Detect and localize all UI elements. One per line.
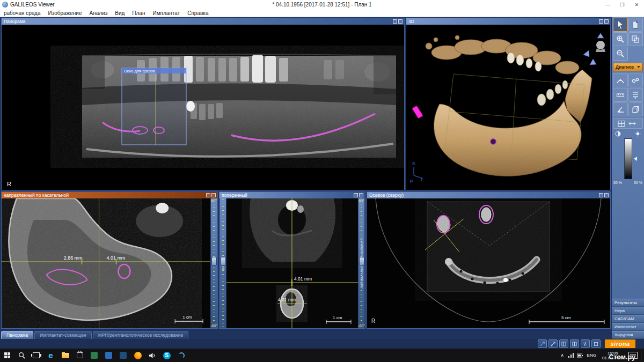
nerve-exit-marker[interactable] (491, 139, 496, 144)
measure-tools (612, 72, 644, 117)
menu-item-cadcam[interactable]: CAD/CAM (612, 315, 644, 323)
app-green-button[interactable] (87, 349, 101, 362)
tray-language[interactable]: ENG (584, 353, 599, 358)
menu-view[interactable]: Вид (111, 10, 128, 16)
window-layout-button[interactable] (628, 32, 643, 46)
3d-volume-render[interactable]: S P L (406, 25, 610, 190)
pan-curve-tool-button[interactable] (613, 73, 628, 87)
measurement-label: 4.01 mm (278, 297, 296, 302)
tab-implant-aligned[interactable]: Имплантат-совмещен (34, 331, 91, 339)
menu-help[interactable]: Справка (184, 10, 212, 16)
transver-axial-slider[interactable]: осевой (219, 198, 226, 328)
transverse-slice-image[interactable]: 4.01 mm 4.01 mm 1 cm (226, 198, 358, 328)
axial-slice-image[interactable]: R 5 cm (367, 198, 610, 328)
nerve-tool-button[interactable] (628, 73, 643, 87)
swap-view-button[interactable] (581, 339, 590, 348)
menu-workspace[interactable]: рабочая среда (0, 10, 44, 16)
panel-maximize-button[interactable] (206, 193, 210, 197)
task-view-button[interactable] (29, 349, 43, 362)
panel-restore-button[interactable] (604, 193, 609, 197)
tray-expand-chevron[interactable]: ∧ (558, 353, 567, 358)
cursor-tool-button[interactable] (613, 18, 628, 32)
diagnosis-dropdown[interactable]: Диагноз (613, 63, 643, 71)
layout-grid-button[interactable] (570, 339, 579, 348)
svg-text:S: S (412, 161, 415, 166)
windows-logo-icon (4, 352, 10, 358)
menu-item-results[interactable]: Результаты (612, 299, 644, 307)
zoom-out-button[interactable] (613, 47, 628, 61)
angle-bottom-label: -60° (210, 323, 217, 328)
orientation-label: R (7, 181, 11, 187)
tray-status-icon[interactable] (575, 353, 584, 358)
panel-maximize-button[interactable] (393, 19, 397, 24)
volume-mixer-button[interactable] (145, 349, 159, 362)
menu-implant[interactable]: Имплантат (149, 10, 184, 16)
transverse-angle-slider[interactable]: 60° -60° лабиальный / буккальный (358, 198, 365, 328)
menu-analysis[interactable]: Анализ (85, 10, 111, 16)
menu-image[interactable]: Изображение (44, 10, 85, 16)
fullscreen-button[interactable] (591, 339, 601, 348)
skype-button[interactable]: S (159, 349, 174, 362)
edge-browser-button[interactable]: e (43, 349, 58, 362)
ruler-tool-button[interactable] (613, 88, 628, 102)
grid-slider-icon (617, 120, 639, 127)
cursor-arrow-icon (616, 20, 625, 29)
menu-plan[interactable]: План (128, 10, 149, 16)
panel-restore-button[interactable] (604, 19, 609, 24)
layout-2x1-button[interactable] (559, 339, 568, 348)
tab-mpr-exam[interactable]: MPR/рентгенологическое исследование (93, 331, 189, 339)
expand-icon (551, 342, 555, 346)
report-page-button[interactable] (628, 18, 643, 32)
zoom-in-button[interactable] (613, 32, 628, 46)
firefox-button[interactable] (130, 349, 145, 362)
panorama-xray-image[interactable]: Окно для срезов R (2, 25, 404, 190)
brightness-icon[interactable] (635, 131, 641, 137)
panel-maximize-button[interactable] (599, 19, 603, 24)
expand-view-button[interactable] (548, 339, 558, 348)
panel-restore-button[interactable] (398, 19, 402, 24)
layout-grid-button[interactable] (613, 118, 643, 129)
menu-item-surgery[interactable]: Хирургия (612, 331, 644, 339)
tangential-angle-slider[interactable]: 60° -60° (210, 198, 217, 328)
level-slider-handle[interactable] (634, 157, 637, 161)
slice-tool-button[interactable] (628, 88, 643, 102)
page-icon (631, 20, 640, 29)
window-titlebar: GALILEOS Viewer * 04.10.1956 [2017-01-28… (0, 0, 644, 9)
tray-status-icon[interactable] (567, 353, 575, 358)
tangential-slice-image[interactable]: 2.86 mm 4.01 mm 1 cm (2, 198, 210, 328)
minimize-button[interactable]: — (601, 0, 615, 9)
nerve-points-icon (631, 76, 640, 85)
slice-window-box[interactable]: Окно для срезов (122, 68, 186, 145)
menu-item-nerve[interactable]: Нерв (612, 307, 644, 315)
maximize-button[interactable]: ❐ (615, 0, 630, 9)
search-button[interactable] (14, 349, 29, 362)
slider-handle[interactable] (221, 257, 226, 265)
slider-handle[interactable] (359, 257, 364, 265)
app-navy-button[interactable] (116, 349, 130, 362)
window-level-slider[interactable] (612, 137, 644, 180)
axial-panel: Осевое (сверху) (367, 191, 611, 329)
store-button[interactable] (72, 349, 87, 362)
panel-restore-button[interactable] (359, 193, 363, 197)
battery-icon (577, 353, 583, 358)
split-view-button[interactable] (538, 339, 547, 348)
close-button[interactable]: ✕ (630, 0, 644, 9)
loading-app-button[interactable] (174, 349, 188, 362)
panel-maximize-button[interactable] (599, 193, 603, 197)
view-tabs: Панорама Имплантат-совмещен MPR/рентгено… (0, 330, 612, 339)
app-blue-button[interactable] (101, 349, 116, 362)
tab-panorama[interactable]: Панорама (1, 331, 33, 339)
soft-tissue (250, 198, 335, 262)
file-explorer-button[interactable] (58, 349, 72, 362)
angle-tool-button[interactable] (613, 102, 628, 116)
menu-item-implant[interactable]: Имплантат (612, 323, 644, 331)
volume-tool-button[interactable] (628, 102, 643, 116)
show-desktop-button[interactable] (641, 349, 644, 362)
contrast-icon[interactable] (615, 131, 621, 137)
start-button[interactable] (0, 349, 14, 362)
panel-maximize-button[interactable] (354, 193, 358, 197)
slider-handle[interactable] (211, 257, 217, 265)
blue-app-icon (105, 352, 112, 359)
panel-restore-button[interactable] (211, 193, 216, 197)
angle-bottom-label: -60° (358, 323, 365, 328)
